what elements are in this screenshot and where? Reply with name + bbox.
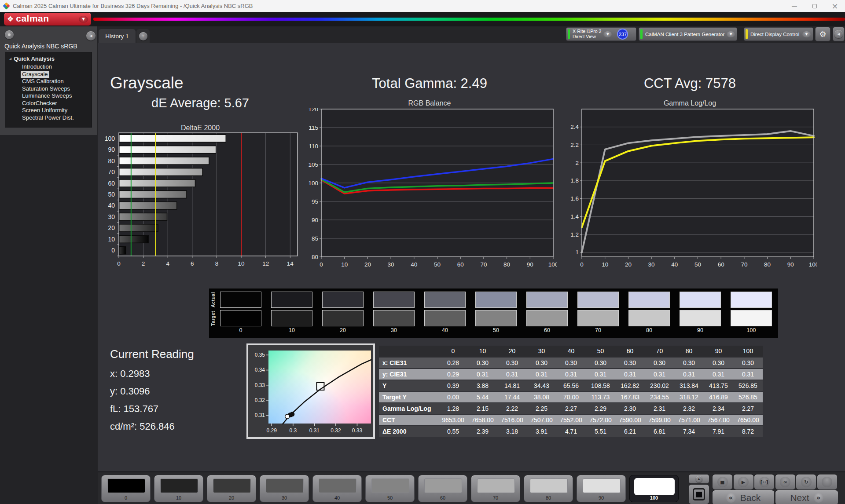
patch-button-70[interactable]: 70	[471, 475, 520, 502]
table-cell: 38.08	[527, 392, 556, 402]
back-label: Back	[740, 493, 761, 503]
measure-button[interactable]	[817, 475, 837, 489]
table-row-label-cct: CCT	[379, 415, 438, 425]
sidebar-item-screen-uniformity[interactable]: Screen Uniformity	[21, 107, 69, 114]
patch-button-80[interactable]: 80	[524, 475, 573, 502]
target-swatch-30	[373, 310, 415, 326]
meter-caret-icon[interactable]: ▼	[603, 31, 612, 37]
grayscale-swatch-strip: ActualTarget0102030405060708090100	[209, 289, 778, 338]
meter-exposure-badge[interactable]: 237	[617, 29, 628, 40]
svg-text:70: 70	[480, 261, 487, 268]
tree-root-quick-analysis[interactable]: ◢ Quick Analysis	[9, 55, 90, 62]
sidebar-item-colorchecker[interactable]: ColorChecker	[21, 100, 58, 107]
patch-swatch-90	[583, 478, 621, 493]
target-swatch-90	[680, 310, 721, 326]
back-button[interactable]: « Back	[713, 490, 774, 504]
measure-icon	[822, 477, 832, 487]
add-tab-button[interactable]: +	[136, 29, 150, 43]
table-cell: 2.25	[527, 403, 556, 414]
patch-swatch-20	[213, 478, 251, 493]
tab-history-1[interactable]: History 1	[99, 29, 136, 43]
patch-swatch-0	[107, 478, 145, 493]
svg-text:2.2: 2.2	[570, 142, 579, 148]
svg-text:0: 0	[580, 261, 584, 268]
table-cell: 0.29	[438, 369, 468, 380]
meter-status-indicator	[568, 29, 570, 39]
table-cell: 0.30	[556, 358, 586, 368]
continuous-button[interactable]: ∞	[775, 475, 795, 489]
svg-text:80: 80	[503, 261, 510, 268]
patch-button-60[interactable]: 60	[418, 475, 467, 502]
refresh-button[interactable]: ↻	[796, 475, 816, 489]
sidebar-item-luminance-sweeps[interactable]: Luminance Sweeps	[21, 92, 73, 100]
meter-dropdown[interactable]: X-Rite i1Pro 2 Direct View ▼ 237	[566, 27, 636, 41]
sidebar-item-cms-calibration[interactable]: CMS Calibration	[21, 78, 65, 85]
patch-button-10[interactable]: 10	[154, 475, 203, 502]
step-range-button[interactable]: [··]	[754, 475, 774, 489]
tree-root-label: Quick Analysis	[14, 55, 55, 62]
calman-menu-button[interactable]: ❖ calman ▼	[4, 13, 91, 26]
next-button[interactable]: Next »	[775, 490, 838, 504]
display-control-dropdown[interactable]: Direct Display Control ▼	[744, 27, 813, 41]
table-cell: 0.30	[527, 358, 556, 368]
table-cell: 2.27	[556, 403, 586, 414]
patch-button-0[interactable]: 0	[101, 475, 151, 502]
patch-button-30[interactable]: 30	[260, 475, 309, 502]
calman-menu-caret-icon[interactable]: ▼	[79, 16, 88, 23]
actual-swatch-100	[731, 292, 772, 308]
settings-gear-button[interactable]: ⚙	[815, 27, 830, 41]
minimize-button[interactable]: —	[784, 0, 805, 12]
sidebar-item-grayscale[interactable]: Grayscale	[21, 71, 49, 78]
patch-scroll-up-button[interactable]: ▲	[689, 475, 709, 483]
actual-swatch-10	[271, 292, 312, 308]
svg-text:14: 14	[287, 260, 294, 267]
svg-text:40: 40	[411, 261, 417, 268]
play-button[interactable]: ▶	[734, 475, 753, 489]
svg-text:85: 85	[312, 235, 318, 242]
table-cell: 7599.00	[645, 415, 674, 425]
svg-text:1.2: 1.2	[570, 231, 579, 238]
close-button[interactable]: ×	[825, 0, 845, 12]
svg-text:30: 30	[108, 213, 115, 220]
display-caret-icon[interactable]: ▼	[802, 31, 811, 37]
sidebar-item-spectral-power-dist[interactable]: Spectral Power Dist.	[21, 114, 75, 122]
sidebar-radio-button[interactable]	[5, 30, 14, 39]
patch-button-50[interactable]: 50	[365, 475, 415, 502]
table-cell: 34.43	[527, 380, 556, 391]
total-gamma-readout: Total Gamma: 2.49	[304, 76, 555, 91]
patch-button-40[interactable]: 40	[312, 475, 362, 502]
patch-level-label: 0	[102, 495, 150, 500]
sidebar-collapse-button[interactable]: ◀	[86, 31, 96, 40]
pattern-caret-icon[interactable]: ▼	[727, 31, 735, 37]
right-panel-collapse-button[interactable]: ◀	[833, 27, 845, 41]
sidebar-item-saturation-sweeps[interactable]: Saturation Sweeps	[21, 85, 71, 93]
table-cell: 0.30	[704, 358, 733, 368]
rgb-balance-line-chart: 8085909510010511011512001020304050607080…	[304, 108, 557, 270]
stop-button[interactable]: ■	[713, 475, 732, 489]
table-cell: 167.83	[615, 392, 645, 402]
patch-button-100[interactable]: 100	[629, 475, 679, 502]
table-col-header-50: 50	[586, 346, 615, 357]
table-cell: 526.85	[733, 380, 763, 391]
continuous-icon: ∞	[780, 477, 790, 487]
play-icon: ▶	[738, 477, 749, 487]
svg-text:115: 115	[309, 124, 318, 131]
patch-window-button[interactable]	[689, 485, 709, 504]
pattern-generator-dropdown[interactable]: CalMAN Client 3 Pattern Generator ▼	[639, 27, 737, 41]
svg-text:10: 10	[602, 261, 608, 268]
table-cell: 2.29	[586, 403, 615, 414]
step-range-icon: [··]	[759, 477, 770, 487]
patch-button-90[interactable]: 90	[577, 475, 626, 502]
restore-button[interactable]	[805, 0, 825, 12]
tree-expanded-icon[interactable]: ◢	[9, 57, 11, 61]
table-cell: 0.31	[586, 369, 615, 380]
svg-text:0.31: 0.31	[309, 427, 320, 434]
svg-text:120: 120	[308, 108, 318, 113]
reading-cdm2: cd/m²: 526.846	[110, 421, 194, 432]
current-reading-panel: Current Reading x: 0.2983 y: 0.3096 fL: …	[110, 347, 194, 438]
table-cell: 3.18	[497, 426, 527, 437]
table-row-label-target-y: Target Y	[379, 392, 438, 402]
svg-text:0.32: 0.32	[255, 397, 265, 403]
sidebar-item-introduction[interactable]: Introduction	[21, 63, 53, 71]
patch-button-20[interactable]: 20	[207, 475, 256, 502]
